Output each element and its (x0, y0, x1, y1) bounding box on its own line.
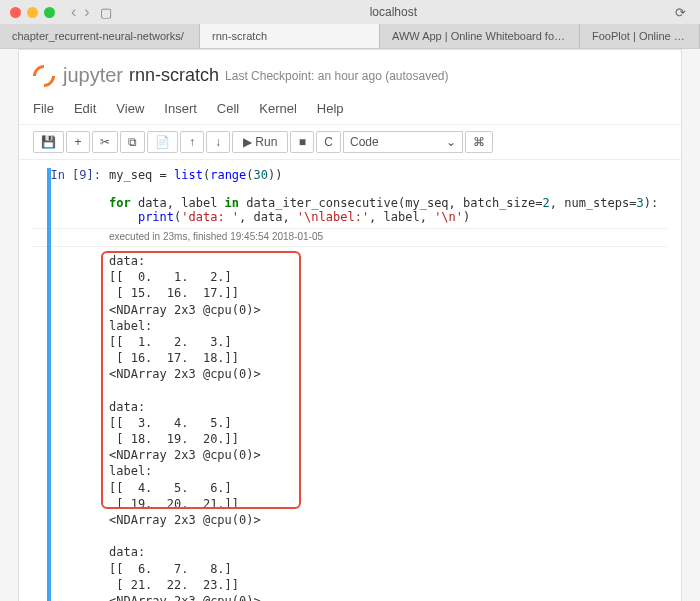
output-wrap: data: [[ 0. 1. 2.] [ 15. 16. 17.]] <NDAr… (33, 247, 667, 601)
move-up-button[interactable]: ↑ (180, 131, 204, 153)
browser-tab[interactable]: AWW App | Online Whiteboard for Re... (380, 24, 580, 48)
titlebar: ‹ › ▢ localhost ⟳ (0, 0, 700, 24)
menu-view[interactable]: View (116, 101, 144, 116)
menubar: File Edit View Insert Cell Kernel Help (19, 97, 681, 125)
last-checkpoint: Last Checkpoint: an hour ago (autosaved) (225, 69, 448, 83)
input-prompt: In [9]: (33, 168, 109, 224)
minimize-icon[interactable] (27, 7, 38, 18)
jupyter-logo-icon (28, 60, 59, 91)
close-icon[interactable] (10, 7, 21, 18)
forward-button[interactable]: › (84, 3, 89, 21)
notebook-area: In [9]: my_seq = list(range(30)) for dat… (19, 160, 681, 601)
address-bar[interactable]: localhost (112, 5, 675, 19)
browser-tabs: chapter_recurrent-neural-networks/ rnn-s… (0, 24, 700, 48)
browser-tab[interactable]: rnn-scratch (200, 24, 380, 48)
paste-button[interactable]: 📄 (147, 131, 178, 153)
cut-button[interactable]: ✂ (92, 131, 118, 153)
menu-help[interactable]: Help (317, 101, 344, 116)
sidebar-icon[interactable]: ▢ (100, 5, 112, 20)
browser-tab[interactable]: FooPlot | Online gra (580, 24, 700, 48)
add-cell-button[interactable]: + (66, 131, 90, 153)
browser-tab[interactable]: chapter_recurrent-neural-networks/ (0, 24, 200, 48)
menu-file[interactable]: File (33, 101, 54, 116)
jupyter-header: jupyter rnn-scratch Last Checkpoint: an … (19, 60, 681, 97)
copy-button[interactable]: ⧉ (120, 131, 145, 153)
command-palette-button[interactable]: ⌘ (465, 131, 493, 153)
notebook-name[interactable]: rnn-scratch (129, 65, 219, 86)
window-controls[interactable] (10, 7, 55, 18)
highlight-box (101, 251, 301, 509)
back-button[interactable]: ‹ (71, 3, 76, 21)
menu-insert[interactable]: Insert (164, 101, 197, 116)
browser-chrome: ‹ › ▢ localhost ⟳ chapter_recurrent-neur… (0, 0, 700, 49)
stop-button[interactable]: ■ (290, 131, 314, 153)
menu-kernel[interactable]: Kernel (259, 101, 297, 116)
save-button[interactable]: 💾 (33, 131, 64, 153)
jupyter-page: jupyter rnn-scratch Last Checkpoint: an … (18, 49, 682, 601)
reload-icon[interactable]: ⟳ (675, 5, 686, 20)
celltype-select[interactable]: Code⌄ (343, 131, 463, 153)
celltype-label: Code (350, 135, 379, 149)
brand-label: jupyter (63, 64, 123, 87)
code-cell[interactable]: my_seq = list(range(30)) for data, label… (109, 168, 658, 224)
input-row: In [9]: my_seq = list(range(30)) for dat… (33, 168, 667, 224)
run-button[interactable]: ▶ Run (232, 131, 288, 153)
menu-edit[interactable]: Edit (74, 101, 96, 116)
maximize-icon[interactable] (44, 7, 55, 18)
move-down-button[interactable]: ↓ (206, 131, 230, 153)
exec-info: executed in 23ms, finished 19:45:54 2018… (33, 228, 667, 247)
restart-button[interactable]: C (316, 131, 341, 153)
menu-cell[interactable]: Cell (217, 101, 239, 116)
toolbar: 💾 + ✂ ⧉ 📄 ↑ ↓ ▶ Run ■ C Code⌄ ⌘ (19, 125, 681, 160)
chevron-down-icon: ⌄ (446, 135, 456, 149)
